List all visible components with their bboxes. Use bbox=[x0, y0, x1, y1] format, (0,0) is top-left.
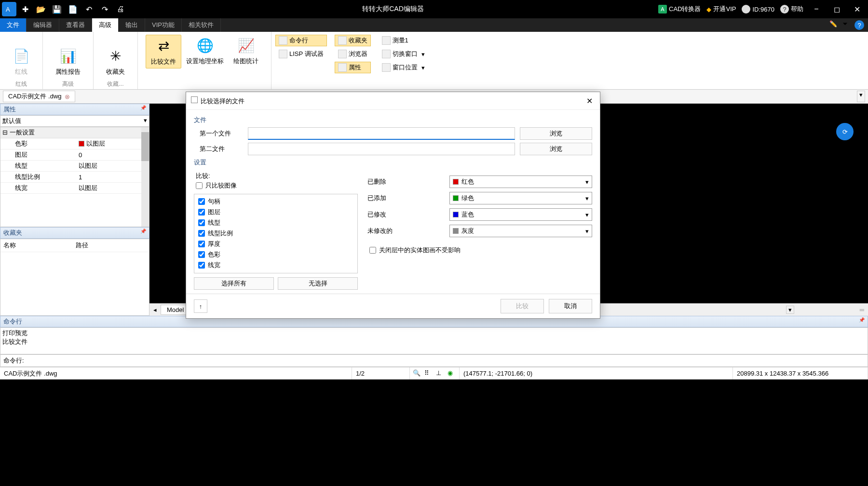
avatar-icon bbox=[742, 5, 750, 14]
print-icon[interactable]: 🖨 bbox=[113, 2, 128, 16]
second-file-input[interactable] bbox=[248, 143, 515, 155]
dialog-close-button[interactable]: ✕ bbox=[583, 95, 595, 107]
app-logo[interactable]: A bbox=[2, 2, 16, 16]
open-icon[interactable]: 📂 bbox=[34, 2, 48, 16]
first-file-input[interactable] bbox=[248, 127, 515, 140]
scrollbar[interactable] bbox=[141, 127, 149, 227]
cad-converter-link[interactable]: ACAD转换器 bbox=[658, 5, 701, 14]
compare-files-dialog: 比较选择的文件 ✕ 文件 第一个文件 浏览 第二文件 浏览 设置 比较: 只比较… bbox=[186, 92, 600, 319]
favorites-small-button[interactable]: 收藏夹 bbox=[335, 35, 371, 46]
closed-layer-checkbox[interactable]: 关闭层中的实体图画不受影响 bbox=[367, 245, 592, 256]
redo-icon[interactable]: ↷ bbox=[97, 2, 112, 16]
tab-close-icon[interactable]: ⊗ bbox=[65, 93, 70, 100]
redline-button[interactable]: 📄 红线 bbox=[8, 45, 35, 78]
modified-color-select[interactable]: 蓝色▾ bbox=[449, 208, 592, 221]
property-selector[interactable]: 默认值▾ bbox=[0, 115, 149, 127]
polar-icon[interactable]: ◉ bbox=[448, 369, 456, 378]
added-color-select[interactable]: 绿色▾ bbox=[449, 192, 592, 204]
maximize-icon[interactable]: ◻ bbox=[829, 2, 844, 16]
edit-icon[interactable]: ✏️ bbox=[829, 20, 839, 30]
attr-report-button[interactable]: 📊 属性报告 bbox=[51, 45, 85, 78]
chk-lw[interactable]: 线宽 bbox=[196, 260, 355, 270]
chk-ltscale[interactable]: 线型比例 bbox=[196, 228, 355, 239]
pdf-icon[interactable]: 📄 bbox=[66, 2, 80, 16]
menu-file[interactable]: 文件 bbox=[0, 18, 27, 32]
chk-handle[interactable]: 句柄 bbox=[196, 196, 355, 207]
unmodified-color-select[interactable]: 灰度▾ bbox=[449, 225, 592, 237]
dialog-titlebar[interactable]: 比较选择的文件 ✕ bbox=[186, 92, 600, 110]
cmdline-button[interactable]: 命令行 bbox=[275, 35, 327, 46]
menu-related[interactable]: 相关软件 bbox=[182, 18, 221, 32]
properties-panel-header[interactable]: 属性📌 bbox=[0, 104, 149, 115]
browse-first-button[interactable]: 浏览 bbox=[520, 127, 592, 140]
files-section-label: 文件 bbox=[194, 116, 592, 124]
chk-color[interactable]: 色彩 bbox=[196, 249, 355, 260]
tab-dropdown-icon[interactable]: ▾ bbox=[786, 306, 794, 314]
command-input[interactable] bbox=[27, 355, 868, 366]
close-icon[interactable]: ✕ bbox=[850, 2, 864, 16]
tab-prev-icon[interactable]: ◂ bbox=[153, 306, 157, 313]
cancel-button[interactable]: 取消 bbox=[549, 299, 592, 313]
compare-label: 比较: bbox=[196, 172, 358, 180]
browser-icon bbox=[338, 50, 347, 58]
grip-icon[interactable]: ═ bbox=[860, 306, 864, 313]
compass-icon[interactable]: ⟳ bbox=[836, 123, 854, 140]
chk-layer[interactable]: 图层 bbox=[196, 207, 355, 217]
select-all-button[interactable]: 选择所有 bbox=[194, 277, 274, 290]
ortho-icon[interactable]: ⊥ bbox=[436, 369, 445, 378]
snap-icon[interactable]: 🔍 bbox=[413, 369, 421, 378]
select-none-button[interactable]: 无选择 bbox=[278, 277, 358, 290]
star-icon: ✳ bbox=[107, 47, 124, 65]
titlebar-right: ACAD转换器 ◆开通VIP ID:9670 ?帮助 − ◻ ✕ bbox=[658, 2, 868, 16]
up-arrow-button[interactable]: ↑ bbox=[194, 299, 207, 313]
status-page: 1/2 bbox=[352, 367, 410, 379]
collapse-icon[interactable]: ⏷ bbox=[842, 20, 852, 30]
lisp-debug-button[interactable]: LISP 调试器 bbox=[275, 48, 327, 60]
quick-access-toolbar: A ✚ 📂 💾 📄 ↶ ↷ 🖨 bbox=[0, 2, 128, 16]
chk-linetype[interactable]: 线型 bbox=[196, 217, 355, 228]
pin-icon[interactable]: 📌 bbox=[859, 317, 865, 326]
browser-button[interactable]: 浏览器 bbox=[335, 48, 371, 60]
menu-output[interactable]: 输出 bbox=[119, 18, 145, 32]
chk-thick[interactable]: 厚度 bbox=[196, 239, 355, 249]
layout-icon bbox=[382, 63, 391, 72]
switch-window-button[interactable]: 切换窗口▾ bbox=[379, 48, 428, 60]
info-icon[interactable]: ? bbox=[854, 20, 864, 30]
browse-second-button[interactable]: 浏览 bbox=[520, 143, 592, 155]
measure-button[interactable]: 测量1 bbox=[379, 35, 428, 46]
favorites-button[interactable]: ✳ 收藏夹 bbox=[101, 45, 130, 78]
minimize-icon[interactable]: − bbox=[809, 2, 824, 16]
menu-advanced[interactable]: 高级 bbox=[92, 18, 119, 32]
tabs-dropdown-icon[interactable]: ▾ bbox=[857, 91, 865, 102]
window-position-button[interactable]: 窗口位置▾ bbox=[379, 62, 428, 73]
compare-files-button[interactable]: ⇄ 比较文件 bbox=[146, 35, 181, 68]
vip-link[interactable]: ◆开通VIP bbox=[706, 5, 736, 14]
document-tab[interactable]: CAD示例文件 .dwg ⊗ bbox=[3, 91, 75, 102]
help-link[interactable]: ?帮助 bbox=[780, 5, 803, 14]
only-image-checkbox[interactable]: 只比较图像 bbox=[194, 180, 358, 191]
set-geo-button[interactable]: 🌐 设置地理坐标 bbox=[181, 35, 229, 68]
svg-text:A: A bbox=[6, 6, 10, 13]
new-icon[interactable]: ✚ bbox=[18, 2, 32, 16]
pin-icon[interactable]: 📌 bbox=[140, 229, 146, 237]
properties-button[interactable]: 属性 bbox=[335, 62, 371, 73]
menu-viewer[interactable]: 查看器 bbox=[59, 18, 92, 32]
grid-icon[interactable]: ⠿ bbox=[424, 369, 433, 378]
status-dims: 20899.31 x 12438.37 x 3545.366 bbox=[733, 367, 868, 379]
prop-section-general[interactable]: ⊟ 一般设置 bbox=[0, 127, 149, 138]
menu-editor[interactable]: 编辑器 bbox=[27, 18, 59, 32]
compare-button[interactable]: 比较 bbox=[501, 299, 544, 313]
fav-name-col[interactable]: 名称 bbox=[2, 240, 75, 251]
favorites-panel-header[interactable]: 收藏夹📌 bbox=[0, 227, 149, 239]
deleted-color-select[interactable]: 红色▾ bbox=[449, 176, 592, 188]
draw-stats-button[interactable]: 📈 绘图统计 bbox=[229, 35, 263, 68]
chevron-down-icon: ▾ bbox=[585, 178, 589, 186]
fav-path-col[interactable]: 路径 bbox=[75, 240, 147, 251]
pin-icon[interactable]: 📌 bbox=[140, 105, 146, 114]
menu-vip[interactable]: VIP功能 bbox=[145, 18, 182, 32]
app-title: 转转大师CAD编辑器 bbox=[128, 5, 658, 14]
user-id[interactable]: ID:9670 bbox=[742, 5, 774, 14]
undo-icon[interactable]: ↶ bbox=[81, 2, 96, 16]
titlebar: A ✚ 📂 💾 📄 ↶ ↷ 🖨 转转大师CAD编辑器 ACAD转换器 ◆开通VI… bbox=[0, 0, 868, 18]
save-icon[interactable]: 💾 bbox=[50, 2, 64, 16]
